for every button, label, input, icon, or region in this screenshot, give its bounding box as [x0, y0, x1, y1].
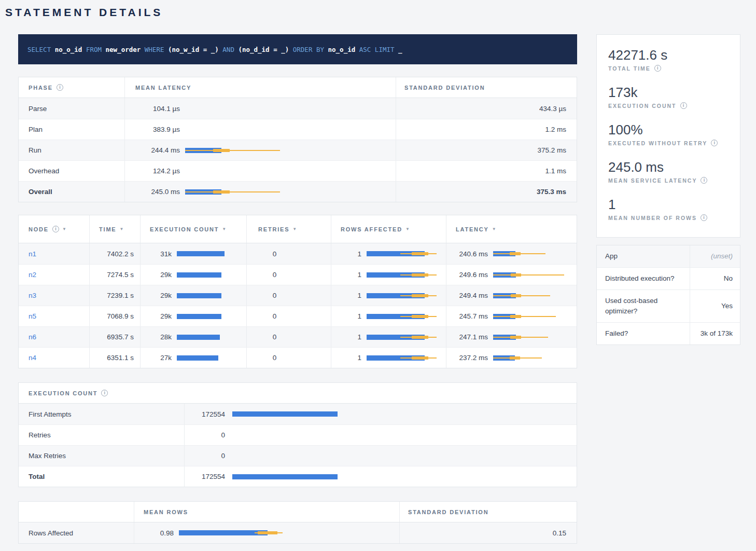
column-header-standard-deviation: STANDARD DEVIATION — [396, 77, 577, 98]
table-row: n3 7239.1 s 29k 0 1 249.4 ms — [19, 285, 577, 306]
rows-affected-bar — [367, 313, 442, 320]
sort-icon — [492, 227, 496, 231]
info-icon[interactable] — [52, 226, 59, 232]
retries-value: 0 — [247, 265, 331, 285]
phase-label: Overhead — [19, 161, 125, 181]
column-header-rows-affected[interactable]: ROWS AFFECTED — [331, 215, 446, 243]
mean-rows-bar — [179, 530, 395, 536]
exec-count-bar — [177, 313, 242, 320]
table-row: Parse 104.1 µs 434.3 µs — [19, 98, 577, 119]
column-header-execution-count[interactable]: EXECUTION COUNT — [141, 215, 247, 243]
summary-label: EXECUTED WITHOUT RETRY — [608, 140, 729, 146]
column-header-standard-deviation: STANDARD DEVIATION — [400, 502, 577, 522]
sql-keyword: FROM — [86, 46, 106, 53]
exec-count-bar — [177, 293, 242, 299]
column-header-latency[interactable]: LATENCY — [446, 215, 577, 243]
count-bar — [232, 411, 572, 417]
info-icon[interactable] — [701, 214, 707, 221]
sql-statement-banner: SELECT no_o_id FROM new_order WHERE (no_… — [18, 34, 577, 64]
sql-keyword: ORDER BY — [293, 46, 328, 53]
phase-label: Overall — [19, 182, 125, 202]
phase-table: PHASE MEAN LATENCY STANDARD DEVIATION Pa… — [18, 77, 577, 202]
retries-value: 0 — [247, 327, 331, 347]
info-icon[interactable] — [57, 84, 63, 91]
latency-bar — [493, 251, 569, 257]
exec-count-value: 29k — [150, 271, 172, 279]
execution-count-header: EXECUTION COUNT — [19, 383, 577, 404]
summary-value: 100% — [608, 122, 729, 137]
info-icon[interactable] — [680, 102, 687, 109]
node-link[interactable]: n5 — [29, 312, 36, 320]
column-header-time[interactable]: TIME — [90, 215, 141, 243]
latency-bar — [493, 272, 569, 278]
table-row: n2 7274.5 s 29k 0 1 249.6 ms — [19, 264, 577, 285]
retries-value: 0 — [247, 348, 331, 368]
count-value: 0 — [194, 431, 225, 439]
summary-total-time: 42271.6 s TOTAL TIME — [608, 47, 729, 72]
table-row: Overall 245.0 ms 375.3 ms — [19, 181, 577, 202]
exec-count-value: 31k — [150, 250, 172, 258]
count-value: 172554 — [194, 473, 225, 480]
exec-count-bar — [177, 355, 242, 361]
node-table-header: NODE TIME EXECUTION COUNT RETRIES ROWS A… — [19, 215, 577, 243]
sql-keyword: ASC LIMIT — [359, 46, 398, 53]
row-label: Rows Affected — [19, 522, 134, 543]
rows-affected-bar — [367, 355, 442, 361]
info-icon[interactable] — [701, 177, 707, 184]
latency-value: 245.7 ms — [456, 312, 488, 320]
column-header-node[interactable]: NODE — [19, 215, 90, 243]
section-title: EXECUTION COUNT — [29, 383, 108, 403]
summary-value: 42271.6 s — [608, 47, 729, 63]
detail-value: No — [690, 268, 740, 290]
retries-value: 0 — [247, 243, 331, 264]
info-icon[interactable] — [101, 390, 108, 396]
node-link[interactable]: n1 — [29, 250, 36, 258]
sort-icon — [405, 227, 410, 231]
detail-label: Used cost-based optimizer? — [597, 290, 690, 322]
summary-label: EXECUTION COUNT — [608, 102, 729, 109]
node-link[interactable]: n3 — [29, 292, 36, 299]
phase-label: Plan — [19, 119, 125, 140]
rows-affected-value: 1 — [341, 292, 361, 299]
table-row: Run 244.4 ms 375.2 ms — [19, 140, 577, 160]
info-icon[interactable] — [711, 140, 718, 146]
exec-count-bar — [177, 334, 242, 340]
latency-bar — [185, 105, 391, 112]
row-label: Retries — [19, 425, 185, 445]
rows-affected-bar — [367, 251, 442, 257]
table-row: Total 172554 — [19, 466, 577, 487]
node-link[interactable]: n2 — [29, 271, 36, 279]
column-header-retries[interactable]: RETRIES — [247, 215, 331, 243]
sort-icon — [62, 227, 66, 231]
column-header-empty — [19, 502, 134, 522]
summary-label: MEAN NUMBER OF ROWS — [608, 214, 729, 221]
summary-execution-count: 173k EXECUTION COUNT — [608, 85, 729, 109]
sql-identifier: no_o_id — [328, 46, 359, 53]
table-row: n4 6351.1 s 27k 0 1 237.2 ms — [19, 347, 577, 368]
time-value: 7239.1 s — [90, 285, 141, 306]
summary-value: 173k — [608, 85, 729, 100]
detail-row-cost-based-optimizer: Used cost-based optimizer? Yes — [597, 290, 740, 322]
count-value: 172554 — [194, 410, 225, 418]
node-link[interactable]: n4 — [29, 354, 36, 362]
row-label: Max Retries — [19, 446, 185, 466]
node-link[interactable]: n6 — [29, 333, 36, 341]
info-icon[interactable] — [654, 65, 661, 72]
rows-affected-value: 1 — [341, 271, 361, 279]
mean-latency-value: 244.4 ms — [135, 146, 180, 154]
node-table: NODE TIME EXECUTION COUNT RETRIES ROWS A… — [18, 215, 577, 368]
side-column: 42271.6 s TOTAL TIME 173k EXECUTION COUN… — [596, 34, 740, 345]
detail-value: (unset) — [690, 245, 740, 267]
statement-details-page: STATEMENT DETAILS SELECT no_o_id FROM ne… — [0, 0, 756, 551]
latency-bar — [493, 355, 569, 361]
detail-value: Yes — [690, 290, 740, 322]
column-header-mean-latency: MEAN LATENCY — [125, 77, 396, 98]
time-value: 7274.5 s — [90, 265, 141, 285]
rows-affected-bar — [367, 334, 442, 340]
time-value: 6351.1 s — [90, 348, 141, 368]
latency-bar — [493, 293, 569, 299]
count-bar — [232, 474, 572, 480]
count-bar — [232, 453, 572, 459]
exec-count-bar — [177, 272, 242, 278]
detail-value: 3k of 173k — [690, 323, 740, 345]
